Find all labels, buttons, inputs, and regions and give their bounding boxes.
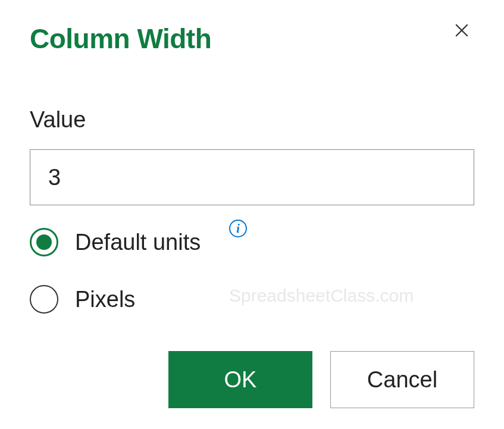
cancel-button[interactable]: Cancel bbox=[330, 351, 474, 408]
watermark-text: SpreadsheetClass.com bbox=[229, 286, 414, 306]
value-input[interactable] bbox=[30, 149, 474, 205]
radio-circle-icon bbox=[30, 285, 58, 314]
radio-default-units[interactable]: Default units i bbox=[30, 228, 474, 256]
value-label: Value bbox=[30, 107, 474, 133]
close-icon bbox=[454, 23, 469, 38]
radio-label-pixels: Pixels bbox=[75, 287, 135, 312]
info-icon[interactable]: i bbox=[229, 220, 247, 237]
dialog-title: Column Width bbox=[30, 23, 211, 55]
radio-label-default-units: Default units bbox=[75, 230, 201, 255]
ok-button[interactable]: OK bbox=[168, 351, 312, 408]
radio-circle-icon bbox=[30, 228, 58, 256]
close-button[interactable] bbox=[449, 18, 474, 46]
